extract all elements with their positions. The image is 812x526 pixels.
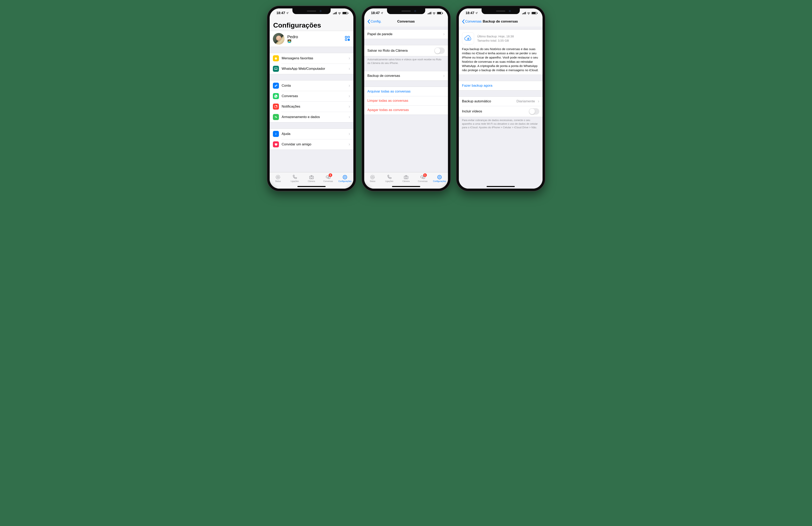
status-time: 18:47 — [466, 11, 474, 15]
total-size-label: Tamanho total: 3,55 GB — [477, 39, 514, 43]
svg-rect-0 — [345, 36, 347, 38]
row-label: Backup de conversas — [367, 74, 440, 78]
star-icon — [273, 55, 279, 61]
tab-camera[interactable]: Câmera — [398, 172, 414, 184]
tab-status[interactable]: Status — [270, 172, 286, 184]
tab-status[interactable]: Status — [364, 172, 381, 184]
chats-badge: 1 — [329, 173, 332, 177]
battery-icon — [342, 12, 348, 14]
svg-rect-6 — [349, 40, 349, 41]
heart-icon — [273, 141, 279, 147]
auto-backup-row[interactable]: Backup automático Diariamente › — [459, 97, 542, 106]
backup-info-box: Último Backup: Hoje, 18:38 Tamanho total… — [459, 29, 542, 75]
row-label: Conversas — [282, 94, 346, 98]
tab-settings[interactable]: Configurações — [431, 172, 448, 184]
backup-now-row[interactable]: Fazer backup agora — [459, 81, 542, 90]
delete-all-row[interactable]: Apagar todas as conversas — [364, 105, 448, 115]
row-label: Apagar todas as conversas — [367, 108, 445, 112]
row-label: Arquivar todas as conversas — [367, 89, 445, 93]
row-label: Conta — [282, 84, 346, 88]
clear-all-row[interactable]: Limpar todas as conversas — [364, 96, 448, 105]
row-label: Incluir vídeos — [462, 109, 526, 114]
back-button[interactable]: Conversas — [462, 19, 481, 24]
tab-chats[interactable]: 1 Conversas — [414, 172, 431, 184]
svg-point-10 — [276, 105, 277, 106]
phone-notch — [292, 8, 331, 14]
row-label: Convidar um amigo — [282, 142, 346, 146]
tab-label: Conversas — [323, 180, 333, 182]
row-label: Mensagens favoritas — [282, 56, 346, 60]
settings-content[interactable]: Pedro 🧑‍💻 Mensagens favoritas › — [270, 31, 353, 172]
phone-settings: 18:47 Configurações Pedro 🧑‍💻 — [267, 6, 356, 191]
chevron-right-icon: › — [349, 132, 350, 136]
chevron-right-icon: › — [443, 74, 445, 78]
tab-chats[interactable]: 1 Conversas — [320, 172, 336, 184]
row-label: Armazenamento e dados — [282, 115, 346, 119]
phone-chats-settings: 18:47 Config. Conversas Papel de parede — [362, 6, 450, 191]
svg-point-12 — [275, 133, 276, 134]
invite-row[interactable]: Convidar um amigo › — [270, 139, 353, 150]
svg-point-16 — [310, 177, 312, 178]
svg-point-22 — [372, 176, 374, 178]
chevron-right-icon: › — [443, 32, 445, 36]
svg-rect-3 — [348, 39, 348, 40]
tab-calls[interactable]: Ligações — [381, 172, 398, 184]
include-videos-toggle[interactable] — [529, 108, 539, 115]
row-label: WhatsApp Web/Computador — [282, 67, 346, 71]
home-indicator[interactable] — [392, 186, 420, 187]
tab-label: Configurações — [433, 180, 446, 182]
notifications-row[interactable]: Notificações › — [270, 101, 353, 112]
starred-messages-row[interactable]: Mensagens favoritas › — [270, 53, 353, 63]
wallpaper-row[interactable]: Papel de parede › — [364, 30, 448, 39]
chevron-right-icon: › — [349, 66, 350, 71]
tab-label: Configurações — [338, 180, 351, 182]
tab-label: Status — [370, 180, 375, 182]
svg-rect-1 — [348, 36, 349, 38]
profile-status: 🧑‍💻 — [287, 39, 342, 43]
qr-code-button[interactable] — [345, 35, 350, 42]
home-indicator[interactable] — [487, 186, 515, 187]
chats-badge: 1 — [423, 173, 427, 177]
key-icon — [273, 82, 279, 89]
whatsapp-icon — [273, 93, 279, 99]
back-button[interactable]: Config. — [367, 19, 381, 24]
cellular-icon — [522, 12, 526, 14]
home-indicator[interactable] — [298, 186, 325, 187]
cellular-icon — [333, 12, 337, 14]
row-label: Notificações — [282, 105, 346, 109]
whatsapp-web-row[interactable]: WhatsApp Web/Computador › — [270, 63, 353, 74]
help-row[interactable]: Ajuda › — [270, 129, 353, 139]
backup-content[interactable]: Último Backup: Hoje, 18:38 Tamanho total… — [459, 27, 542, 189]
svg-rect-4 — [349, 39, 349, 40]
backup-description: Faça backup do seu histórico de conversa… — [462, 47, 539, 72]
tab-label: Conversas — [418, 180, 427, 182]
account-row[interactable]: Conta › — [270, 80, 353, 91]
wifi-icon — [527, 12, 531, 14]
save-camera-roll-toggle[interactable] — [434, 47, 445, 54]
tab-label: Status — [275, 180, 281, 182]
chevron-right-icon: › — [349, 84, 350, 88]
tab-label: Câmera — [403, 180, 410, 182]
svg-rect-2 — [345, 39, 347, 41]
row-label: Ajuda — [282, 132, 346, 136]
svg-point-17 — [326, 176, 329, 178]
phone-chat-backup: 18:47 Conversas Backup de conversas — [456, 6, 545, 191]
tab-camera[interactable]: Câmera — [303, 172, 320, 184]
chevron-right-icon: › — [349, 115, 350, 119]
archive-all-row[interactable]: Arquivar todas as conversas — [364, 87, 448, 96]
wifi-icon — [432, 12, 436, 14]
svg-point-24 — [405, 177, 407, 178]
avatar — [273, 33, 285, 45]
tab-settings[interactable]: Configurações — [336, 172, 353, 184]
storage-row[interactable]: Armazenamento e dados › — [270, 112, 353, 122]
row-label: Salvar no Rolo da Câmera — [367, 49, 432, 53]
status-time: 18:47 — [276, 11, 285, 15]
chats-row[interactable]: Conversas › — [270, 91, 353, 101]
chat-backup-row[interactable]: Backup de conversas › — [364, 71, 448, 80]
back-label: Config. — [371, 19, 381, 24]
profile-row[interactable]: Pedro 🧑‍💻 — [270, 31, 353, 47]
tab-calls[interactable]: Ligações — [286, 172, 303, 184]
chats-settings-content[interactable]: Papel de parede › Salvar no Rolo da Câme… — [364, 27, 448, 172]
row-label: Papel de parede — [367, 32, 440, 36]
nav-title: Backup de conversas — [483, 19, 518, 24]
